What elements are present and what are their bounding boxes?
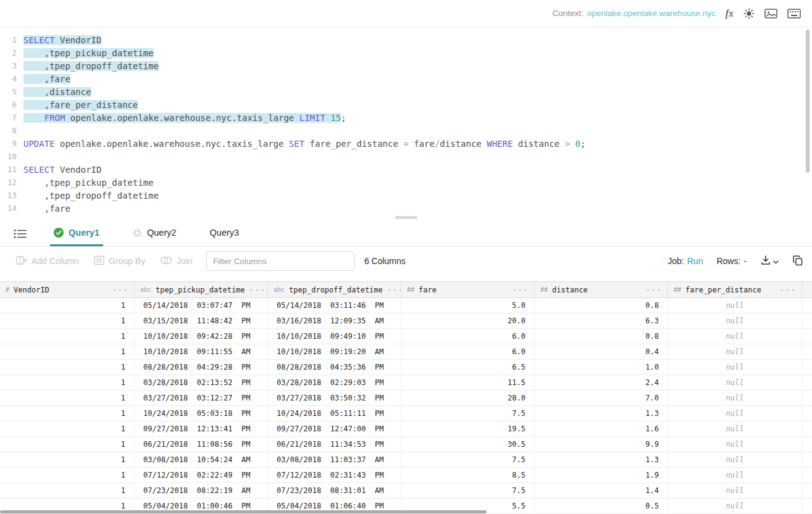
columns-count-label: 6 Columns <box>364 256 406 266</box>
column-header-tpep_dropoff_datetime[interactable]: abctpep_dropoff_datetime··· <box>268 282 401 297</box>
queries-list-icon[interactable] <box>14 221 27 246</box>
context-group: Context: openlake.openlake.warehouse.nyc <box>552 9 715 18</box>
keyboard-shortcuts-icon[interactable] <box>787 9 801 19</box>
table-row[interactable]: 106/21/2018 11:08:56 PM06/21/2018 11:34:… <box>0 437 812 452</box>
group-by-button[interactable]: Group By <box>86 251 153 271</box>
line-number: 9 <box>0 139 23 148</box>
group-by-icon <box>94 255 104 267</box>
column-menu-icon[interactable]: ··· <box>513 285 529 294</box>
table-row[interactable]: 105/14/2018 03:07:47 PM05/14/2018 03:11:… <box>0 298 812 313</box>
cell-fare: 30.5 <box>401 437 535 452</box>
sql-editor-lines: 1SELECT VendorID2 ,tpep_pickup_datetime3… <box>0 33 812 215</box>
editor-resize-handle[interactable] <box>395 216 417 219</box>
code-text: ,distance <box>23 87 91 97</box>
column-header-VendorID[interactable]: #VendorID··· <box>0 282 135 297</box>
cell-tpep_pickup_datetime: 06/21/2018 11:08:56 PM <box>135 437 268 452</box>
table-row[interactable]: 107/12/2018 02:22:49 PM07/12/2018 02:31:… <box>0 468 812 483</box>
column-header-tpep_pickup_datetime[interactable]: abctpep_pickup_datetime··· <box>135 282 268 297</box>
cell-distance: 1.6 <box>535 421 668 436</box>
function-fx-icon[interactable]: fx <box>726 8 734 19</box>
line-number: 6 <box>0 100 23 109</box>
table-row[interactable]: 110/10/2018 09:42:28 PM10/10/2018 09:49:… <box>0 329 812 344</box>
code-line: 9UPDATE openlake.openlake.warehouse.nyc.… <box>0 137 812 150</box>
cell-fare_per_distance: null <box>668 329 802 344</box>
cell-fare: 6.0 <box>401 329 535 344</box>
join-button[interactable]: Join <box>153 251 200 271</box>
table-horizontal-scrollbar[interactable] <box>0 510 487 513</box>
table-row[interactable]: 103/27/2018 03:12:27 PM03/27/2018 03:50:… <box>0 391 812 406</box>
column-menu-icon[interactable]: ··· <box>646 285 662 294</box>
column-menu-icon[interactable]: ··· <box>387 285 401 294</box>
editor-vertical-scrollbar[interactable] <box>806 30 810 173</box>
code-text: ,tpep_dropoff_datetime <box>23 61 159 71</box>
table-body: 105/14/2018 03:07:47 PM05/14/2018 03:11:… <box>0 298 812 514</box>
copy-button[interactable] <box>792 255 803 268</box>
cell-VendorID: 1 <box>0 313 135 328</box>
cell-tpep_pickup_datetime: 10/10/2018 09:11:55 AM <box>135 344 268 359</box>
job-status: Job:Run <box>668 255 703 267</box>
filter-columns-input[interactable] <box>206 251 354 271</box>
cell-distance: 1.9 <box>535 468 668 483</box>
cell-VendorID: 1 <box>0 360 135 375</box>
cell-tpep_pickup_datetime: 09/27/2018 12:13:41 PM <box>135 421 268 436</box>
tab-label: Query1 <box>69 228 99 238</box>
table-row[interactable]: 110/24/2018 05:03:18 PM10/24/2018 05:11:… <box>0 406 812 421</box>
line-number: 11 <box>0 165 23 174</box>
cell-tpep_pickup_datetime: 05/14/2018 03:07:47 PM <box>135 298 268 313</box>
job-run-link[interactable]: Run <box>687 256 703 266</box>
column-menu-icon[interactable]: ··· <box>780 285 796 294</box>
download-button[interactable] <box>760 255 779 268</box>
cell-fare: 6.0 <box>401 344 535 359</box>
cell-distance: 0.8 <box>535 329 668 344</box>
table-row[interactable]: 107/23/2018 08:22:19 AM07/23/2018 08:31:… <box>0 483 812 499</box>
cell-tpep_pickup_datetime: 03/08/2018 10:54:24 AM <box>135 452 268 467</box>
cell-tpep_pickup_datetime: 10/10/2018 09:42:28 PM <box>135 329 268 344</box>
column-type-icon: abc <box>274 286 285 293</box>
tab-query1[interactable]: Query1 <box>50 221 103 246</box>
column-type-icon: ## <box>674 286 681 293</box>
table-row[interactable]: 110/10/2018 09:11:55 AM10/10/2018 09:19:… <box>0 344 812 360</box>
column-header-fare[interactable]: ##fare··· <box>401 282 535 297</box>
add-column-button[interactable]: Add Column <box>9 251 86 271</box>
column-name: tpep_dropoff_datetime <box>289 286 383 294</box>
toolbar-right: Job:Run Rows:- <box>668 255 803 268</box>
table-row[interactable]: 103/28/2018 02:13:52 PM03/28/2018 02:29:… <box>0 375 812 391</box>
cell-tpep_dropoff_datetime: 03/27/2018 03:50:32 PM <box>268 391 401 405</box>
cell-distance: 2.4 <box>535 375 668 390</box>
tab-query3[interactable]: Query3 <box>206 221 243 246</box>
cell-tpep_pickup_datetime: 07/12/2018 02:22:49 PM <box>135 468 268 483</box>
download-icon <box>760 255 771 268</box>
cell-distance: 1.0 <box>535 360 668 375</box>
column-menu-icon[interactable]: ··· <box>249 285 266 294</box>
code-text: SELECT VendorID <box>23 35 101 45</box>
cell-distance: 0.4 <box>535 344 668 359</box>
cell-distance: 7.0 <box>535 391 668 405</box>
cell-tpep_dropoff_datetime: 09/27/2018 12:47:00 PM <box>268 421 401 436</box>
table-row[interactable]: 109/27/2018 12:13:41 PM09/27/2018 12:47:… <box>0 421 812 437</box>
code-line: 4 ,fare <box>0 72 812 85</box>
tab-query2[interactable]: Query2 <box>129 221 180 246</box>
table-row[interactable]: 103/08/2018 10:54:24 AM03/08/2018 11:03:… <box>0 452 812 468</box>
results-toolbar: Add Column Group By Join 6 Columns Job:R… <box>0 247 812 275</box>
column-header-distance[interactable]: ##distance··· <box>535 282 668 297</box>
column-name: tpep_pickup_datetime <box>156 286 245 294</box>
cell-tpep_dropoff_datetime: 03/16/2018 12:09:35 AM <box>268 313 401 328</box>
screenshot-image-icon[interactable] <box>764 8 777 19</box>
brightness-icon[interactable] <box>743 8 755 19</box>
sql-editor[interactable]: 1SELECT VendorID2 ,tpep_pickup_datetime3… <box>0 27 812 221</box>
table-row[interactable]: 103/15/2018 11:48:42 PM03/16/2018 12:09:… <box>0 313 812 329</box>
tab-label: Query2 <box>147 228 177 238</box>
code-line: 3 ,tpep_dropoff_datetime <box>0 59 812 72</box>
cell-tpep_dropoff_datetime: 06/21/2018 11:34:53 PM <box>268 437 401 452</box>
context-value[interactable]: openlake.openlake.warehouse.nyc <box>587 9 716 18</box>
cell-fare: 6.5 <box>401 360 535 375</box>
cell-fare_per_distance: null <box>668 391 802 405</box>
cell-tpep_pickup_datetime: 03/28/2018 02:13:52 PM <box>135 375 268 390</box>
line-number: 5 <box>0 87 23 96</box>
column-header-fare_per_distance[interactable]: ##fare_per_distance··· <box>668 282 802 297</box>
column-menu-icon[interactable]: ··· <box>112 285 128 294</box>
cell-VendorID: 1 <box>0 391 135 405</box>
table-row[interactable]: 108/28/2018 04:29:28 PM08/28/2018 04:35:… <box>0 360 812 375</box>
cell-distance: 1.3 <box>535 452 668 467</box>
cell-fare: 8.5 <box>401 468 535 483</box>
